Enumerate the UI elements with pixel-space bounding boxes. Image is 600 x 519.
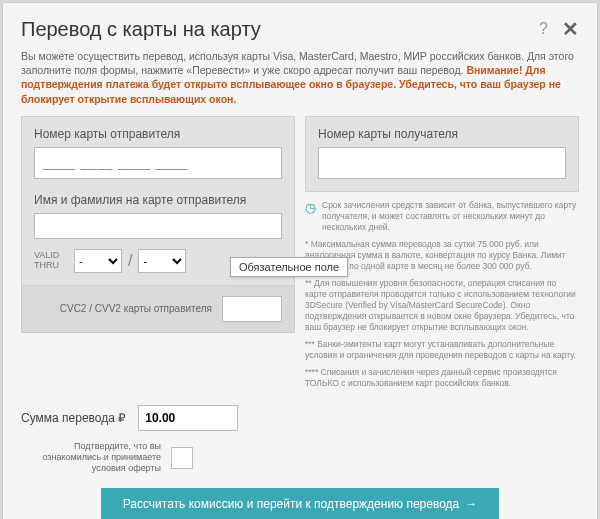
expiry-year-select[interactable]: - <box>138 249 186 273</box>
fine-p3: *** Банки-эмитенты карт могут устанавлив… <box>305 339 579 361</box>
required-tooltip: Обязательное поле <box>230 257 348 277</box>
recipient-panel: Номер карты получателя <box>305 116 579 192</box>
fine-p4: **** Списания и зачисления через данный … <box>305 367 579 389</box>
help-icon[interactable]: ? <box>539 20 548 38</box>
arrow-icon: → <box>465 497 477 511</box>
submit-button[interactable]: Рассчитать комиссию и перейти к подтверж… <box>101 488 500 519</box>
recipient-card-input[interactable] <box>318 147 566 179</box>
recipient-card-label: Номер карты получателя <box>318 127 566 141</box>
intro-text: Вы можете осуществить перевод, используя… <box>3 49 597 116</box>
expiry-month-select[interactable]: - <box>74 249 122 273</box>
clock-icon: ◷ <box>305 200 316 217</box>
valid-thru-label: VALID THRU <box>34 251 68 271</box>
cvc-label: CVC2 / CVV2 карты отправителя <box>60 303 212 315</box>
amount-label: Сумма перевода ₽ <box>21 411 126 425</box>
submit-label: Рассчитать комиссию и перейти к подтверж… <box>123 497 460 511</box>
close-icon[interactable]: ✕ <box>562 17 579 41</box>
cvc-input[interactable] <box>222 296 282 322</box>
amount-row: Сумма перевода ₽ <box>3 395 597 437</box>
fine-clock: Срок зачисления средств зависит от банка… <box>322 200 579 233</box>
sender-name-label: Имя и фамилия на карте отправителя <box>34 193 282 207</box>
cvc-panel: CVC2 / CVV2 карты отправителя <box>21 286 295 333</box>
confirm-text: Подтвердите, что вы ознакомились и прини… <box>21 441 161 473</box>
dialog-title: Перевод с карты на карту <box>21 18 539 41</box>
amount-input[interactable] <box>138 405 238 431</box>
sender-card-label: Номер карты отправителя <box>34 127 282 141</box>
fine-print: ◷ Срок зачисления средств зависит от бан… <box>305 200 579 390</box>
fine-p2: ** Для повышения уровня безопасности, оп… <box>305 278 579 333</box>
sender-card-input[interactable] <box>34 147 282 179</box>
terms-checkbox[interactable] <box>171 447 193 469</box>
expiry-separator: / <box>128 252 132 270</box>
confirm-row: Подтвердите, что вы ознакомились и прини… <box>3 437 597 487</box>
sender-name-input[interactable] <box>34 213 282 239</box>
dialog-header: Перевод с карты на карту ? ✕ <box>3 3 597 49</box>
